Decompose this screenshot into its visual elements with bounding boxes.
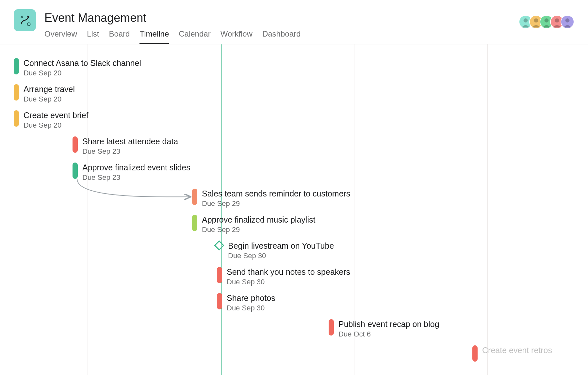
task-text: Share latest attendee dataDue Sep 23 [82, 136, 178, 156]
tab-timeline[interactable]: Timeline [139, 27, 169, 44]
task-pill [217, 267, 222, 283]
task-title: Arrange travel [24, 84, 75, 94]
task-title: Approve finalized music playlist [202, 215, 315, 225]
tabs: OverviewListBoardTimelineCalendarWorkflo… [44, 27, 301, 44]
avatar[interactable] [561, 15, 574, 29]
task-due: Due Sep 23 [82, 147, 178, 156]
timeline-task[interactable]: Create event retros [472, 345, 552, 362]
grid-line [88, 44, 88, 375]
task-due: Due Sep 23 [82, 173, 190, 182]
task-pill [217, 293, 222, 309]
header-content: Event Management OverviewListBoardTimeli… [44, 9, 301, 44]
svg-point-5 [555, 18, 559, 23]
task-title: Send thank you notes to speakers [227, 267, 350, 277]
grid-line [221, 44, 221, 375]
task-pill [472, 345, 478, 362]
task-pill [192, 189, 197, 205]
task-pill [14, 58, 19, 74]
tab-overview[interactable]: Overview [44, 27, 77, 44]
task-title: Create event retros [482, 345, 552, 355]
today-line [221, 44, 222, 375]
milestone-icon [214, 240, 224, 250]
tab-workflow[interactable]: Workflow [220, 27, 253, 44]
task-due: Due Sep 20 [24, 69, 141, 77]
task-title: Share photos [227, 293, 275, 303]
task-due: Due Sep 30 [227, 278, 350, 286]
task-pill [192, 215, 197, 231]
svg-point-6 [565, 18, 570, 23]
tab-calendar[interactable]: Calendar [179, 27, 210, 44]
header-left: ✕ Event Management OverviewListBoardTime… [14, 9, 301, 44]
task-due: Due Sep 29 [202, 199, 350, 208]
project-title: Event Management [44, 11, 301, 25]
svg-text:✕: ✕ [20, 15, 24, 19]
task-text: Send thank you notes to speakersDue Sep … [227, 267, 350, 286]
tab-list[interactable]: List [87, 27, 99, 44]
tab-board[interactable]: Board [109, 27, 130, 44]
project-glyph-icon: ✕ [18, 13, 32, 27]
timeline-task[interactable]: Approve finalized music playlistDue Sep … [192, 215, 315, 234]
task-text: Share photosDue Sep 30 [227, 293, 275, 312]
task-text: Publish event recap on blogDue Oct 6 [338, 319, 439, 338]
task-pill [73, 163, 78, 179]
task-title: Approve finalized event slides [82, 163, 190, 173]
task-pill [73, 136, 78, 153]
task-due: Due Sep 20 [24, 95, 75, 103]
task-due: Due Sep 20 [24, 121, 89, 130]
task-title: Create event brief [24, 110, 89, 120]
timeline-task[interactable]: Publish event recap on blogDue Oct 6 [329, 319, 439, 338]
timeline-task[interactable]: Begin livestream on YouTubeDue Sep 30 [216, 241, 334, 260]
task-text: Approve finalized music playlistDue Sep … [202, 215, 315, 234]
task-text: Create event retros [482, 345, 552, 355]
task-due: Due Sep 30 [227, 304, 275, 312]
task-title: Publish event recap on blog [338, 319, 439, 329]
timeline-task[interactable]: Approve finalized event slidesDue Sep 23 [73, 163, 190, 182]
task-text: Connect Asana to Slack channelDue Sep 20 [24, 58, 141, 77]
task-text: Begin livestream on YouTubeDue Sep 30 [228, 241, 334, 260]
task-pill [14, 84, 19, 101]
task-pill [329, 319, 334, 336]
task-due: Due Sep 29 [202, 226, 315, 234]
task-title: Share latest attendee data [82, 136, 178, 147]
timeline-task[interactable]: Share latest attendee dataDue Sep 23 [73, 136, 178, 156]
header: ✕ Event Management OverviewListBoardTime… [0, 0, 588, 44]
timeline-task[interactable]: Arrange travelDue Sep 20 [14, 84, 75, 103]
timeline-task[interactable]: Send thank you notes to speakersDue Sep … [217, 267, 350, 286]
tab-dashboard[interactable]: Dashboard [262, 27, 301, 44]
task-text: Approve finalized event slidesDue Sep 23 [82, 163, 190, 182]
task-text: Arrange travelDue Sep 20 [24, 84, 75, 103]
project-icon[interactable]: ✕ [14, 9, 36, 31]
timeline-task[interactable]: Share photosDue Sep 30 [217, 293, 275, 312]
task-text: Create event briefDue Sep 20 [24, 110, 89, 130]
task-title: Connect Asana to Slack channel [24, 58, 141, 68]
svg-point-4 [545, 18, 549, 23]
task-text: Sales team sends reminder to customersDu… [202, 189, 350, 208]
grid-line [487, 44, 488, 375]
task-pill [14, 110, 19, 127]
task-due: Due Oct 6 [338, 330, 439, 338]
timeline-area[interactable]: Connect Asana to Slack channelDue Sep 20… [0, 44, 588, 375]
task-due: Due Sep 30 [228, 252, 334, 260]
timeline-task[interactable]: Create event briefDue Sep 20 [14, 110, 89, 130]
svg-point-2 [524, 18, 528, 23]
task-title: Begin livestream on YouTube [228, 241, 334, 251]
timeline-task[interactable]: Sales team sends reminder to customersDu… [192, 189, 350, 208]
timeline-task[interactable]: Connect Asana to Slack channelDue Sep 20 [14, 58, 141, 77]
task-title: Sales team sends reminder to customers [202, 189, 350, 199]
avatar-group[interactable] [519, 15, 574, 29]
svg-point-1 [27, 23, 30, 26]
svg-point-3 [534, 18, 538, 23]
